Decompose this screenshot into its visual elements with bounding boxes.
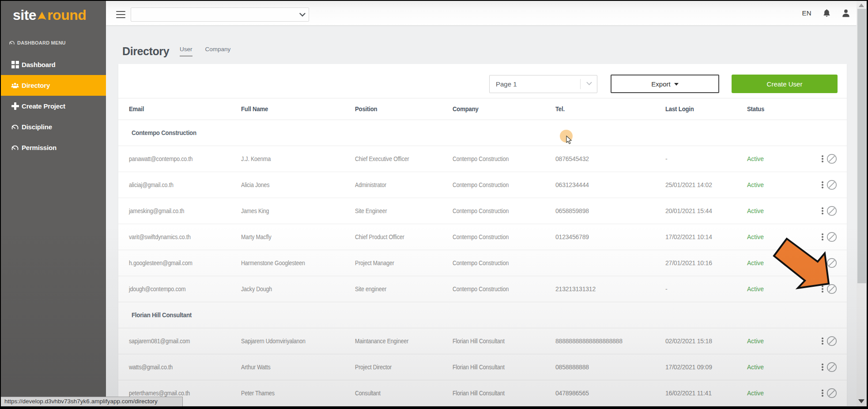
row-actions: [819, 146, 837, 172]
row-actions: [819, 198, 837, 224]
cell-email: sapjarern081@gmail.com: [129, 328, 190, 354]
column-header-tel: Tel.: [555, 98, 565, 120]
column-header-email: Email: [129, 98, 144, 120]
topbar: EN: [106, 1, 857, 25]
row-menu-dots-icon[interactable]: [819, 154, 826, 164]
row-actions: [819, 328, 837, 354]
caret-down-icon: [674, 83, 679, 86]
language-switcher[interactable]: EN: [802, 9, 811, 17]
gauge-icon: [11, 123, 19, 131]
row-menu-dots-icon[interactable]: [819, 388, 826, 398]
sidebar-item-directory[interactable]: Directory: [1, 75, 106, 96]
cell-company: Contempo Construction: [453, 198, 509, 224]
cell-tel: 88888888888888888888: [555, 328, 623, 354]
divider: [580, 79, 581, 89]
row-actions: [819, 172, 837, 198]
cell-full-name: Harmenstone Googlesteen: [241, 250, 305, 276]
status-badge: Active: [747, 328, 764, 354]
column-header-status: Status: [747, 98, 764, 120]
status-badge: Active: [747, 250, 764, 276]
vertical-scrollbar[interactable]: [857, 1, 867, 406]
sidebar-item-dashboard[interactable]: Dashboard: [1, 54, 106, 75]
brand-logo[interactable]: site round: [13, 8, 86, 23]
project-select[interactable]: [131, 8, 309, 22]
main-content: Directory User Company Page 1 Export Cre…: [106, 25, 857, 406]
row-menu-dots-icon[interactable]: [819, 336, 826, 346]
table-row: h.googlesteen@gmail.com Harmenstone Goog…: [118, 250, 847, 276]
scrollbar-down-arrow-icon[interactable]: [858, 399, 864, 403]
cell-company: Contempo Construction: [453, 146, 509, 172]
row-menu-dots-icon[interactable]: [819, 180, 826, 190]
deactivate-ban-icon[interactable]: [826, 206, 837, 216]
users-table: Email Full Name Position Company Tel. La…: [118, 98, 847, 406]
row-actions: [819, 276, 837, 302]
row-menu-dots-icon[interactable]: [819, 206, 826, 216]
cell-tel: 0858888888: [555, 354, 589, 380]
table-row: aliciaj@gmail.co.th Alicia Jones Adminis…: [118, 172, 847, 198]
notifications-bell-icon[interactable]: [823, 9, 830, 17]
group-name: Contempo Construction: [132, 120, 196, 146]
cell-full-name: J.J. Koenma: [241, 146, 271, 172]
row-menu-dots-icon[interactable]: [819, 232, 826, 242]
create-user-button[interactable]: Create User: [732, 75, 838, 93]
deactivate-ban-icon[interactable]: [826, 232, 837, 242]
status-badge: Active: [747, 146, 764, 172]
deactivate-ban-icon[interactable]: [826, 180, 837, 190]
deactivate-ban-icon[interactable]: [826, 258, 837, 268]
sidebar-item-label: Directory: [22, 82, 50, 89]
cell-full-name: Peter Thames: [241, 380, 275, 406]
cell-full-name: Marty Macfly: [241, 224, 271, 250]
cell-full-name: Alicia Jones: [241, 172, 269, 198]
group-name: Florian Hill Consultant: [132, 302, 192, 328]
sidebar-item-create-project[interactable]: Create Project: [1, 96, 106, 116]
cell-company: Florian Hill Consultant: [453, 354, 505, 380]
scrollbar-up-arrow-icon[interactable]: [859, 4, 864, 7]
cell-last-login: 17/02/2021 10:14: [665, 224, 712, 250]
hamburger-menu-icon[interactable]: [116, 11, 125, 18]
status-badge: Active: [747, 172, 764, 198]
deactivate-ban-icon[interactable]: [826, 284, 837, 294]
cell-position: Maintanance Engineer: [355, 328, 408, 354]
tab-user[interactable]: User: [180, 46, 192, 56]
row-menu-dots-icon[interactable]: [819, 258, 826, 268]
status-badge: Active: [747, 380, 764, 406]
topbar-actions: EN: [802, 1, 850, 25]
cell-last-login: -: [665, 276, 667, 302]
cell-tel: 0631234444: [555, 172, 589, 198]
cell-full-name: Sapjarern Udomviriyalanon: [241, 328, 306, 354]
deactivate-ban-icon[interactable]: [826, 154, 837, 164]
gauge-icon: [9, 40, 15, 45]
cell-full-name: Arthur Watts: [241, 354, 271, 380]
user-profile-icon[interactable]: [842, 9, 850, 17]
logo-text-round: round: [47, 7, 86, 23]
cell-email: jamesking@gmail.co.th: [129, 198, 184, 224]
deactivate-ban-icon[interactable]: [826, 388, 837, 398]
cell-position: Project Director: [355, 354, 392, 380]
cell-tel: 0876545432: [555, 146, 589, 172]
tabs: User Company: [180, 46, 230, 56]
table-group-row: Contempo Construction: [118, 120, 847, 146]
row-menu-dots-icon[interactable]: [819, 284, 826, 294]
page-selector-dropdown[interactable]: Page 1: [489, 75, 597, 93]
cell-last-login: 17/02/2021 09:09: [665, 354, 712, 380]
cell-email: jdough@contempo.com: [129, 276, 185, 302]
deactivate-ban-icon[interactable]: [826, 362, 837, 372]
table-body: Contempo Construction panawatt@contempo.…: [118, 120, 847, 406]
logo-text-site: site: [13, 7, 36, 23]
tab-company[interactable]: Company: [205, 46, 231, 56]
sidebar-item-discipline[interactable]: Discipline: [1, 116, 106, 137]
row-menu-dots-icon[interactable]: [819, 362, 826, 372]
deactivate-ban-icon[interactable]: [826, 336, 837, 346]
scrollbar-thumb[interactable]: [857, 9, 866, 283]
sidebar-section-header: DASHBOARD MENU: [9, 40, 66, 45]
sidebar: site round DASHBOARD MENU Dash: [1, 1, 106, 406]
logo-triangle-icon: [37, 11, 47, 20]
cell-company: Florian Hill Consultant: [453, 328, 505, 354]
cell-last-login: 02/02/2021 15:18: [665, 328, 712, 354]
sidebar-item-permission[interactable]: Permission: [1, 137, 106, 158]
export-button[interactable]: Export: [611, 75, 719, 93]
cell-email: panawatt@contempo.co.th: [129, 146, 192, 172]
column-header-full-name: Full Name: [241, 98, 268, 120]
cell-company: Contempo Construction: [453, 172, 509, 198]
page-selector-value: Page 1: [496, 75, 517, 93]
